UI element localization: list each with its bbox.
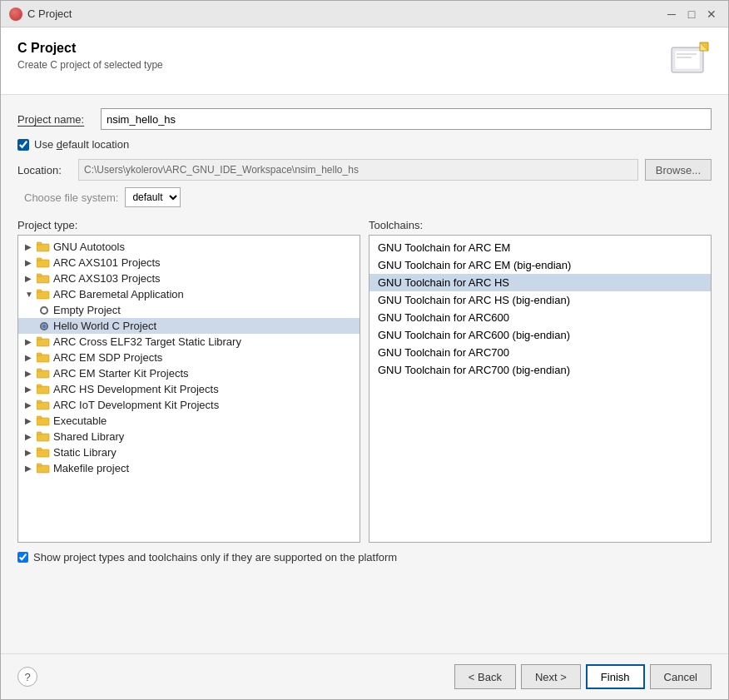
project-type-label: Project type: <box>17 219 360 231</box>
svg-rect-18 <box>37 353 42 355</box>
dialog: C Project ─ □ ✕ C Project Create C proje… <box>0 0 729 700</box>
finish-button[interactable]: Finish <box>586 664 645 689</box>
radio-hello-world <box>40 322 48 330</box>
title-bar: C Project ─ □ ✕ <box>1 1 728 27</box>
cancel-button[interactable]: Cancel <box>650 664 712 689</box>
footer: ? < Back Next > Finish Cancel <box>1 653 728 699</box>
list-item[interactable]: Empty Project <box>18 302 360 318</box>
svg-rect-29 <box>37 449 49 457</box>
project-name-label: Project name: <box>17 113 101 126</box>
svg-rect-20 <box>37 369 42 371</box>
list-item[interactable]: GNU Toolchain for ARC EM <box>369 239 711 256</box>
toolchains-panel: GNU Toolchain for ARC EM GNU Toolchain f… <box>369 235 712 543</box>
toolchains-label: Toolchains: <box>369 219 712 231</box>
svg-rect-26 <box>37 416 42 419</box>
svg-rect-30 <box>37 448 42 450</box>
browse-button[interactable]: Browse... <box>645 159 712 181</box>
svg-rect-1 <box>675 51 700 69</box>
next-button[interactable]: Next > <box>521 664 581 689</box>
content-area: Project name: Use default location Locat… <box>1 95 728 653</box>
list-item[interactable]: ▶ ARC Cross ELF32 Target Static Library <box>18 334 360 350</box>
project-name-row: Project name: <box>17 108 712 130</box>
svg-rect-24 <box>37 400 42 403</box>
svg-rect-31 <box>37 465 49 473</box>
svg-rect-7 <box>37 244 49 251</box>
hello-world-item[interactable]: Hello World C Project <box>18 318 360 334</box>
svg-rect-16 <box>37 337 42 340</box>
maximize-button[interactable]: □ <box>683 6 700 22</box>
list-item[interactable]: GNU Toolchain for ARC700 <box>369 344 711 361</box>
project-name-input[interactable] <box>101 108 712 130</box>
svg-rect-19 <box>37 370 49 378</box>
minimize-button[interactable]: ─ <box>663 6 680 22</box>
svg-rect-27 <box>37 434 49 441</box>
help-icon: ? <box>24 671 30 683</box>
gnu-arc-hs-toolchain-item[interactable]: GNU Toolchain for ARC HS <box>369 274 711 291</box>
svg-rect-8 <box>37 242 42 245</box>
svg-rect-22 <box>37 385 42 387</box>
header-text: C Project Create C project of selected t… <box>17 41 163 71</box>
header-icon <box>668 41 712 84</box>
svg-rect-9 <box>37 260 49 267</box>
header-title: C Project <box>17 41 163 56</box>
panels-container: ▶ GNU Autotools ▶ ARC AXS101 Projects ▶ … <box>17 235 712 543</box>
header-subtitle: Create C project of selected type <box>17 59 163 71</box>
list-item[interactable]: GNU Toolchain for ARC600 (big-endian) <box>369 326 711 344</box>
location-input <box>78 159 638 181</box>
location-label: Location: <box>17 164 72 176</box>
svg-rect-13 <box>37 291 49 299</box>
app-icon <box>9 7 22 21</box>
list-item[interactable]: GNU Toolchain for ARC700 (big-endian) <box>369 361 711 379</box>
list-item[interactable]: GNU Toolchain for ARC HS (big-endian) <box>369 291 711 309</box>
radio-empty <box>40 306 48 315</box>
svg-rect-21 <box>37 386 49 394</box>
location-row: Location: Browse... <box>17 159 712 181</box>
list-item[interactable]: ▶ ARC EM SDP Projects <box>18 350 360 365</box>
filesystem-label: Choose file system: <box>24 191 118 204</box>
list-item[interactable]: ▶ ARC AXS101 Projects <box>18 255 360 271</box>
list-item[interactable]: ▶ ARC IoT Development Kit Projects <box>18 397 360 413</box>
project-type-panel: ▶ GNU Autotools ▶ ARC AXS101 Projects ▶ … <box>17 235 360 543</box>
list-item[interactable]: ▶ Shared Library <box>18 429 360 444</box>
list-item[interactable]: ▶ ARC EM Starter Kit Projects <box>18 365 360 381</box>
list-item[interactable]: ▶ ARC HS Development Kit Projects <box>18 381 360 397</box>
show-supported-checkbox[interactable] <box>17 552 28 563</box>
svg-rect-11 <box>37 276 49 283</box>
use-default-location-checkbox[interactable] <box>17 139 29 151</box>
list-item[interactable]: ▶ Static Library <box>18 444 360 460</box>
help-button[interactable]: ? <box>17 667 37 687</box>
list-item[interactable]: ▶ Executable <box>18 413 360 429</box>
back-button[interactable]: < Back <box>454 664 516 689</box>
svg-rect-28 <box>37 432 42 434</box>
svg-rect-12 <box>37 274 42 276</box>
svg-rect-10 <box>37 258 42 261</box>
title-bar-controls: ─ □ ✕ <box>663 6 720 22</box>
panel-labels: Project type: Toolchains: <box>17 219 712 231</box>
list-item[interactable]: ▶ GNU Autotools <box>18 239 360 255</box>
use-default-location-label: Use default location <box>34 138 129 151</box>
filesystem-select[interactable]: default <box>125 187 181 207</box>
show-supported-label: Show project types and toolchains only i… <box>33 551 397 563</box>
list-item[interactable]: ▼ ARC Baremetal Application <box>18 286 360 302</box>
list-item[interactable]: ▶ ARC AXS103 Projects <box>18 271 360 286</box>
header-section: C Project Create C project of selected t… <box>1 27 728 95</box>
close-button[interactable]: ✕ <box>703 6 720 22</box>
show-supported-row: Show project types and toolchains only i… <box>17 551 712 563</box>
svg-rect-17 <box>37 355 49 362</box>
svg-rect-23 <box>37 402 49 410</box>
list-item[interactable]: GNU Toolchain for ARC EM (big-endian) <box>369 256 711 274</box>
svg-rect-15 <box>37 339 49 346</box>
dialog-title: C Project <box>27 7 72 20</box>
list-item[interactable]: ▶ Makefile project <box>18 460 360 476</box>
svg-rect-32 <box>37 464 42 466</box>
list-item[interactable]: GNU Toolchain for ARC600 <box>369 309 711 326</box>
svg-rect-25 <box>37 418 49 425</box>
svg-rect-14 <box>37 290 42 292</box>
title-bar-left: C Project <box>9 7 72 21</box>
use-default-location-row: Use default location <box>17 138 712 151</box>
filesystem-row: Choose file system: default <box>24 187 712 207</box>
